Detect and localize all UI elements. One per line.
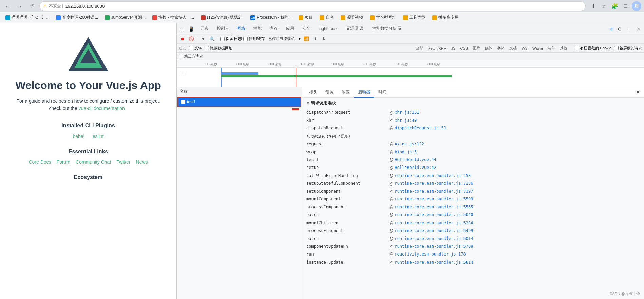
twitter-link[interactable]: Twitter [116,159,130,165]
filter-js[interactable]: JS [449,46,458,51]
devtools-settings-button[interactable]: ⚙ [615,25,624,33]
bookmark-pdd[interactable]: 拼多多专用 [430,14,461,21]
tab-lighthouse[interactable]: Lighthouse [315,23,343,34]
profile-button[interactable]: 用 [632,1,641,11]
devtools-inspect-icon[interactable]: ⬚ [178,25,186,33]
stack-link[interactable]: runtime-core.esm-bundler.js:5814 [395,259,473,266]
stack-link[interactable]: dispatchRequest.js:51 [395,125,446,131]
filter-css[interactable]: CSS [458,46,470,51]
back-button[interactable]: ← [3,1,12,11]
devtools-device-icon[interactable]: 📱 [187,25,195,33]
search-button[interactable]: 🔍 [208,35,216,43]
filter-ws[interactable]: WS [519,46,530,51]
table-row[interactable]: test1 [178,98,301,106]
filter-all[interactable]: 全部 [414,45,425,51]
filter-other[interactable]: 其他 [558,45,569,51]
reload-button[interactable]: ↺ [27,1,37,11]
record-button[interactable]: ⏺ [179,35,186,43]
detail-close-button[interactable]: ✕ [634,89,641,95]
tab-security[interactable]: 安全 [298,23,315,34]
bookmark-processon[interactable]: On ProcessOn - 我的... [248,14,295,21]
bookmark-jumpserver[interactable]: JumpServer 开源... [102,14,148,21]
stack-link[interactable]: runtime-core.esm-bundler.js:7197 [395,188,473,195]
blocked-requests-checkbox[interactable]: 被屏蔽的请求 [614,46,642,51]
filter-font[interactable]: 字体 [495,45,507,51]
tab-response[interactable]: 响应 [338,87,354,98]
tab-application[interactable]: 应用 [282,23,298,34]
stack-link[interactable]: Axios.js:122 [395,141,424,147]
clear-button[interactable]: 🚫 [188,35,195,43]
tab-perf-analysis[interactable]: 性能数据分析 及 [368,23,406,34]
devtools-close-button[interactable]: ✕ [634,25,643,33]
bookmark-project[interactable]: 项目 [296,14,316,21]
bookmark-bilibili[interactable]: 哔哩哔哩（`･ω･`）... [3,14,52,21]
upload-icon[interactable]: ⬆ [311,35,319,43]
babel-link[interactable]: babel [73,134,84,139]
filter-button[interactable]: ▼ [200,35,207,43]
tab-recorder[interactable]: 记录器 及 [343,23,368,34]
hide-data-urls-checkbox[interactable]: 隐藏数据网址 [205,46,232,51]
tab-performance[interactable]: 性能 [249,23,266,34]
reverse-checkbox[interactable]: 反转 [189,46,202,51]
third-party-checkbox[interactable]: 第三方请求 [179,54,203,59]
bookmark-tools[interactable]: 工具类型 [400,14,428,21]
forward-button[interactable]: → [15,1,24,11]
tab-memory[interactable]: 内存 [266,23,282,34]
tab-preview[interactable]: 预览 [321,87,338,98]
forum-link[interactable]: Forum [57,159,70,165]
filter-doc[interactable]: 文档 [507,45,519,51]
stack-link[interactable]: reactivity.esm-bundler.js:178 [395,251,466,258]
stack-link[interactable]: xhr.js:251 [395,109,419,116]
filter-types: 全部 Fetch/XHR JS CSS 图片 媒体 字体 文档 WS Wasm … [414,45,569,51]
tab-timing[interactable]: 时间 [374,87,391,98]
bookmark-baidu-translate[interactable]: 百度翻译-200种语... [53,14,101,21]
stack-link[interactable]: runtime-core.esm-bundler.js:5040 [395,212,473,218]
download-icon[interactable]: ⬇ [320,35,328,43]
share-button[interactable]: ⬆ [588,1,598,11]
bookmark-csdn[interactable]: (125条消息) 飘飘2... [198,14,246,21]
stack-link[interactable]: runtime-core.esm-bundler.js:5014 [395,235,473,242]
bookmark-kuaiso[interactable]: 快搜 - 搜索快人一... [150,14,197,21]
tab-initiator[interactable]: 启动器 [354,87,374,98]
stack-link[interactable]: runtime-core.esm-bundler.js:7236 [395,180,473,187]
stack-link[interactable]: runtime-core.esm-bundler.js:5708 [395,243,473,250]
address-bar[interactable]: ⚠ 不安全 | 192.168.0.108:8080 [39,1,586,11]
news-link[interactable]: News [136,159,148,165]
filter-media[interactable]: 媒体 [483,45,494,51]
stack-link[interactable]: bind.js:5 [395,149,417,155]
filter-fetch-xhr[interactable]: Fetch/XHR [426,46,449,51]
stack-link[interactable]: runtime-core.esm-bundler.js:5284 [395,220,473,226]
stack-link[interactable]: HelloWorld.vue:44 [395,157,436,163]
bookmark-video[interactable]: 观看视频 [338,14,366,21]
throttle-select[interactable]: 已停用节流模式 [266,36,297,41]
window-button[interactable]: □ [621,1,630,11]
stack-link[interactable]: HelloWorld.vue:42 [395,164,436,171]
stack-link[interactable]: runtime-core.esm-bundler.js:158 [395,173,471,179]
preserve-log-checkbox[interactable]: 保留日志 [220,36,242,42]
filter-img[interactable]: 图片 [471,45,482,51]
bookmark-learn[interactable]: 学习型网址 [367,14,399,21]
bookmark-zikao[interactable]: 自考 [317,14,337,21]
vue-cli-docs-link[interactable]: vue-cli documentation [79,106,125,111]
throttle-chevron[interactable]: ▼ [298,37,301,41]
filter-manifest[interactable]: 清单 [546,45,557,51]
community-chat-link[interactable]: Community Chat [76,159,111,165]
stack-link[interactable]: runtime-core.esm-bundler.js:5599 [395,196,473,203]
core-docs-link[interactable]: Core Docs [29,159,51,165]
filter-wasm[interactable]: Wasm [530,46,545,51]
stack-link[interactable]: runtime-core.esm-bundler.js:5565 [395,204,473,210]
eslint-link[interactable]: eslint [93,134,104,139]
tab-headers[interactable]: 标头 [305,87,321,98]
request-checkbox[interactable] [181,100,185,104]
blocked-cookies-checkbox[interactable]: 有已拦截的 Cookie [575,46,611,51]
stack-link[interactable]: runtime-core.esm-bundler.js:5499 [395,228,473,234]
tab-console[interactable]: 控制台 [213,23,233,34]
network-icon[interactable]: 📶 [303,35,310,43]
disable-cache-checkbox[interactable]: 停用缓存 [243,36,265,42]
stack-link[interactable]: xhr.js:49 [395,117,417,124]
devtools-more-button[interactable]: ⋮ [625,25,633,33]
tab-network[interactable]: 网络 [233,23,249,34]
extensions-button[interactable]: 🧩 [610,1,620,11]
tab-elements[interactable]: 元素 [196,23,213,34]
bookmark-button[interactable]: ☆ [599,1,609,11]
